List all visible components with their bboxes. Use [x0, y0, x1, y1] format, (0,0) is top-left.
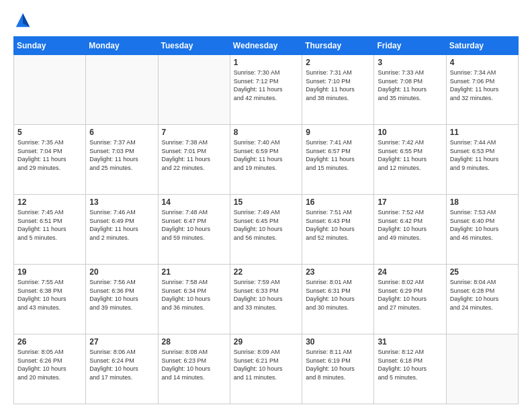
day-info: Sunrise: 7:45 AM Sunset: 6:51 PM Dayligh… [17, 208, 82, 242]
calendar-cell: 25Sunrise: 8:04 AM Sunset: 6:28 PM Dayli… [446, 265, 518, 334]
calendar-week-1: 1Sunrise: 7:30 AM Sunset: 7:12 PM Daylig… [14, 55, 519, 125]
calendar-cell [86, 55, 158, 125]
day-number: 26 [17, 337, 82, 347]
calendar-cell: 20Sunrise: 7:56 AM Sunset: 6:36 PM Dayli… [86, 265, 158, 334]
calendar-cell: 23Sunrise: 8:01 AM Sunset: 6:31 PM Dayli… [302, 265, 374, 334]
day-info: Sunrise: 7:33 AM Sunset: 7:08 PM Dayligh… [378, 68, 442, 102]
day-info: Sunrise: 7:34 AM Sunset: 7:06 PM Dayligh… [450, 68, 515, 102]
calendar-week-4: 19Sunrise: 7:55 AM Sunset: 6:38 PM Dayli… [14, 265, 519, 334]
day-number: 10 [378, 128, 442, 137]
day-info: Sunrise: 7:44 AM Sunset: 6:53 PM Dayligh… [450, 138, 515, 172]
day-number: 15 [234, 197, 298, 207]
day-info: Sunrise: 8:01 AM Sunset: 6:31 PM Dayligh… [306, 278, 370, 312]
calendar-cell: 8Sunrise: 7:40 AM Sunset: 6:59 PM Daylig… [230, 125, 302, 195]
calendar-cell: 14Sunrise: 7:48 AM Sunset: 6:47 PM Dayli… [158, 195, 230, 265]
calendar-cell: 31Sunrise: 8:12 AM Sunset: 6:18 PM Dayli… [374, 334, 446, 404]
day-info: Sunrise: 8:02 AM Sunset: 6:29 PM Dayligh… [378, 278, 442, 312]
day-info: Sunrise: 8:06 AM Sunset: 6:24 PM Dayligh… [89, 348, 154, 381]
calendar-cell: 29Sunrise: 8:09 AM Sunset: 6:21 PM Dayli… [230, 334, 302, 404]
calendar-week-3: 12Sunrise: 7:45 AM Sunset: 6:51 PM Dayli… [14, 195, 519, 265]
day-info: Sunrise: 7:40 AM Sunset: 6:59 PM Dayligh… [234, 138, 298, 172]
calendar-cell: 11Sunrise: 7:44 AM Sunset: 6:53 PM Dayli… [446, 125, 518, 195]
calendar-cell: 12Sunrise: 7:45 AM Sunset: 6:51 PM Dayli… [14, 195, 86, 265]
day-number: 29 [234, 337, 298, 347]
day-number: 3 [378, 58, 442, 67]
calendar-week-2: 5Sunrise: 7:35 AM Sunset: 7:04 PM Daylig… [14, 125, 519, 195]
calendar-cell: 6Sunrise: 7:37 AM Sunset: 7:03 PM Daylig… [86, 125, 158, 195]
day-number: 19 [17, 267, 82, 277]
day-info: Sunrise: 8:12 AM Sunset: 6:18 PM Dayligh… [378, 348, 442, 381]
header [13, 11, 519, 30]
calendar-cell [446, 334, 518, 404]
calendar-cell: 2Sunrise: 7:31 AM Sunset: 7:10 PM Daylig… [302, 55, 374, 125]
calendar-header-sunday: Sunday [14, 37, 86, 55]
calendar-cell: 5Sunrise: 7:35 AM Sunset: 7:04 PM Daylig… [14, 125, 86, 195]
calendar-header-saturday: Saturday [446, 37, 518, 55]
day-info: Sunrise: 7:56 AM Sunset: 6:36 PM Dayligh… [89, 278, 154, 312]
day-number: 8 [234, 128, 298, 137]
calendar-cell: 9Sunrise: 7:41 AM Sunset: 6:57 PM Daylig… [302, 125, 374, 195]
day-number: 27 [89, 337, 154, 347]
calendar-cell: 28Sunrise: 8:08 AM Sunset: 6:23 PM Dayli… [158, 334, 230, 404]
calendar-cell [14, 55, 86, 125]
day-info: Sunrise: 7:53 AM Sunset: 6:40 PM Dayligh… [450, 208, 515, 242]
day-number: 20 [89, 267, 154, 277]
calendar-header-tuesday: Tuesday [158, 37, 230, 55]
calendar-cell: 15Sunrise: 7:49 AM Sunset: 6:45 PM Dayli… [230, 195, 302, 265]
day-number: 5 [17, 128, 82, 137]
calendar-cell: 21Sunrise: 7:58 AM Sunset: 6:34 PM Dayli… [158, 265, 230, 334]
day-number: 14 [162, 197, 226, 207]
calendar-cell: 24Sunrise: 8:02 AM Sunset: 6:29 PM Dayli… [374, 265, 446, 334]
calendar-cell: 17Sunrise: 7:52 AM Sunset: 6:42 PM Dayli… [374, 195, 446, 265]
calendar-header-monday: Monday [86, 37, 158, 55]
calendar-cell: 22Sunrise: 7:59 AM Sunset: 6:33 PM Dayli… [230, 265, 302, 334]
day-info: Sunrise: 7:31 AM Sunset: 7:10 PM Dayligh… [306, 68, 370, 102]
day-number: 7 [162, 128, 226, 137]
day-info: Sunrise: 7:35 AM Sunset: 7:04 PM Dayligh… [17, 138, 82, 172]
day-number: 13 [89, 197, 154, 207]
day-number: 6 [89, 128, 154, 137]
day-number: 17 [378, 197, 442, 207]
calendar-cell: 27Sunrise: 8:06 AM Sunset: 6:24 PM Dayli… [86, 334, 158, 404]
day-info: Sunrise: 7:42 AM Sunset: 6:55 PM Dayligh… [378, 138, 442, 172]
day-number: 18 [450, 197, 515, 207]
day-number: 25 [450, 267, 515, 277]
calendar-cell: 3Sunrise: 7:33 AM Sunset: 7:08 PM Daylig… [374, 55, 446, 125]
calendar-cell: 18Sunrise: 7:53 AM Sunset: 6:40 PM Dayli… [446, 195, 518, 265]
day-info: Sunrise: 7:55 AM Sunset: 6:38 PM Dayligh… [17, 278, 82, 312]
day-number: 4 [450, 58, 515, 67]
day-number: 30 [306, 337, 370, 347]
day-info: Sunrise: 7:59 AM Sunset: 6:33 PM Dayligh… [234, 278, 298, 312]
calendar-header-friday: Friday [374, 37, 446, 55]
day-number: 21 [162, 267, 226, 277]
day-info: Sunrise: 8:09 AM Sunset: 6:21 PM Dayligh… [234, 348, 298, 381]
day-info: Sunrise: 7:46 AM Sunset: 6:49 PM Dayligh… [89, 208, 154, 242]
day-number: 12 [17, 197, 82, 207]
day-number: 9 [306, 128, 370, 137]
day-info: Sunrise: 7:52 AM Sunset: 6:42 PM Dayligh… [378, 208, 442, 242]
calendar-cell [158, 55, 230, 125]
logo-icon [13, 11, 32, 30]
day-number: 23 [306, 267, 370, 277]
logo [13, 11, 35, 30]
day-info: Sunrise: 7:38 AM Sunset: 7:01 PM Dayligh… [162, 138, 226, 172]
calendar-table: SundayMondayTuesdayWednesdayThursdayFrid… [13, 36, 519, 404]
calendar-cell: 1Sunrise: 7:30 AM Sunset: 7:12 PM Daylig… [230, 55, 302, 125]
calendar-cell: 30Sunrise: 8:11 AM Sunset: 6:19 PM Dayli… [302, 334, 374, 404]
day-info: Sunrise: 7:58 AM Sunset: 6:34 PM Dayligh… [162, 278, 226, 312]
day-info: Sunrise: 7:30 AM Sunset: 7:12 PM Dayligh… [234, 68, 298, 102]
calendar-cell: 10Sunrise: 7:42 AM Sunset: 6:55 PM Dayli… [374, 125, 446, 195]
day-info: Sunrise: 7:51 AM Sunset: 6:43 PM Dayligh… [306, 208, 370, 242]
day-info: Sunrise: 7:48 AM Sunset: 6:47 PM Dayligh… [162, 208, 226, 242]
calendar-cell: 7Sunrise: 7:38 AM Sunset: 7:01 PM Daylig… [158, 125, 230, 195]
day-info: Sunrise: 8:08 AM Sunset: 6:23 PM Dayligh… [162, 348, 226, 381]
page: SundayMondayTuesdayWednesdayThursdayFrid… [0, 0, 532, 411]
day-info: Sunrise: 8:05 AM Sunset: 6:26 PM Dayligh… [17, 348, 82, 381]
calendar-cell: 4Sunrise: 7:34 AM Sunset: 7:06 PM Daylig… [446, 55, 518, 125]
day-number: 28 [162, 337, 226, 347]
day-info: Sunrise: 7:37 AM Sunset: 7:03 PM Dayligh… [89, 138, 154, 172]
day-number: 31 [378, 337, 442, 347]
day-number: 16 [306, 197, 370, 207]
calendar-cell: 19Sunrise: 7:55 AM Sunset: 6:38 PM Dayli… [14, 265, 86, 334]
day-info: Sunrise: 8:04 AM Sunset: 6:28 PM Dayligh… [450, 278, 515, 312]
